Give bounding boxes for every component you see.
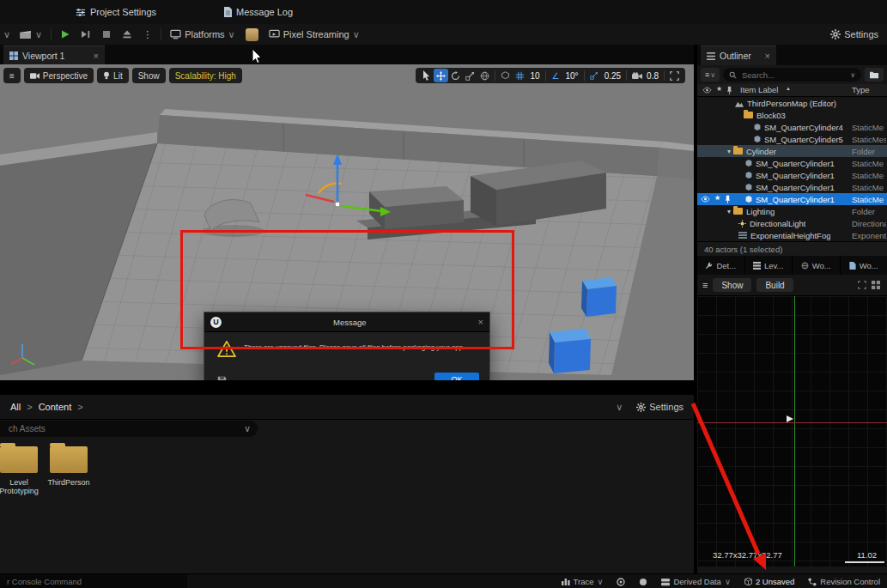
eject-button[interactable] [117, 24, 137, 45]
outliner-row[interactable]: SM_QuarterCylinder4StaticMe [697, 121, 887, 133]
target-button[interactable] [610, 574, 632, 588]
maximize-viewport-button[interactable] [667, 69, 682, 82]
rotate-tool-button[interactable] [448, 69, 463, 82]
outliner-search-field[interactable]: ∨ [723, 68, 861, 82]
tab-world-partition[interactable]: Wo... [793, 256, 841, 275]
scalability-button[interactable]: Scalability: High [169, 68, 242, 83]
unsaved-files-button[interactable]: 2 Unsaved [738, 574, 801, 588]
play-options-kebab-icon[interactable]: ⋮ [137, 24, 157, 45]
rotation-snap-value[interactable]: 10° [563, 71, 581, 81]
play-button[interactable] [55, 24, 76, 45]
caret-open-icon[interactable]: ▾ [725, 148, 733, 155]
revision-control-button[interactable]: Revision Control [801, 574, 887, 588]
chevron-down-icon[interactable]: ∨ [244, 423, 251, 434]
folder-thirdperson[interactable]: ThirdPerson [41, 446, 96, 487]
tab-details[interactable]: Det... [697, 256, 745, 275]
viewport-3d[interactable]: ≡ Perspective Lit Show Scalability: High… [0, 64, 694, 380]
ok-button[interactable]: OK [434, 373, 479, 380]
tab-viewport-1[interactable]: Viewport 1 × [3, 45, 105, 64]
show-button[interactable]: Show [132, 68, 166, 83]
tab-levels[interactable]: Lev... [745, 256, 793, 275]
console-command-field[interactable] [0, 574, 187, 588]
star-icon[interactable]: ★ [716, 85, 722, 93]
outliner-row[interactable]: ▾ CylinderFolder [697, 145, 887, 157]
world-partition-minimap[interactable]: 32.77x32.77x32.77 11.02 [697, 295, 887, 567]
lit-button[interactable]: Lit [97, 68, 129, 83]
outliner-row[interactable]: Block03 [697, 109, 887, 121]
chevron-down-icon[interactable]: ∨ [0, 29, 14, 40]
close-icon[interactable]: × [765, 51, 770, 61]
frame-skip-button[interactable] [76, 24, 96, 45]
tab-world-settings[interactable]: Wo... [841, 256, 887, 275]
world-coordinate-button[interactable] [477, 69, 492, 82]
eye-icon[interactable] [702, 87, 712, 94]
platforms-dropdown[interactable]: Platforms ∨ [165, 24, 240, 45]
cinematics-button[interactable]: ∨ [14, 24, 47, 45]
outliner-row[interactable]: ExponentialHeightFogExponenti [697, 229, 887, 241]
close-icon[interactable]: × [94, 51, 99, 61]
tab-outliner[interactable]: Outliner × [701, 45, 776, 65]
message-log-button[interactable]: Message Log [216, 0, 300, 24]
build-dropdown[interactable]: Build [756, 278, 793, 292]
content-settings-button[interactable]: Settings [636, 402, 683, 412]
asset-search-input[interactable] [7, 423, 244, 434]
surface-snap-button[interactable] [498, 69, 513, 82]
capture-button[interactable] [632, 574, 654, 588]
viewport-menu-button[interactable]: ≡ [3, 68, 21, 83]
outliner-row[interactable]: SM_QuarterCylinder1StaticMe [697, 169, 887, 181]
show-dropdown[interactable]: Show [713, 278, 751, 292]
move-tool-button[interactable] [434, 69, 448, 82]
select-tool-button[interactable] [419, 69, 434, 82]
column-type[interactable]: Type [852, 85, 870, 94]
camera-speed-value[interactable]: 0.8 [644, 71, 661, 81]
column-item-label[interactable]: Item Label [740, 85, 778, 94]
outliner-row[interactable]: SM_QuarterCylinder1StaticMe [697, 181, 887, 193]
folder-level-prototyping[interactable]: Level Prototyping [0, 446, 46, 496]
grid-snap-button[interactable] [513, 69, 527, 82]
folder-label: Level Prototyping [0, 478, 46, 496]
rotation-snap-button[interactable]: ∠ [549, 69, 563, 82]
star-icon[interactable]: ★ [714, 194, 720, 202]
new-folder-button[interactable] [865, 68, 884, 82]
caret-open-icon[interactable]: ▾ [725, 208, 733, 215]
chevron-down-icon[interactable]: ∨ [616, 402, 623, 413]
project-settings-button[interactable]: Project Settings [69, 0, 163, 24]
outliner-filter-button[interactable]: ≡ ∨ [701, 68, 720, 82]
outliner-row[interactable]: ▾ LightingFolder [697, 205, 887, 217]
focus-icon[interactable] [858, 281, 866, 289]
console-command-input[interactable] [5, 576, 182, 587]
scale-snap-value[interactable]: 0.25 [602, 71, 623, 81]
breadcrumb-content[interactable]: Content [39, 402, 72, 412]
camera-speed-button[interactable] [629, 69, 644, 82]
outliner-search-input[interactable] [740, 70, 847, 81]
breadcrumb-all[interactable]: All [10, 402, 21, 412]
grid-icon[interactable] [872, 281, 880, 289]
trace-dropdown[interactable]: Trace ∨ [555, 574, 611, 588]
close-icon[interactable]: × [478, 317, 483, 327]
asset-search-field[interactable]: ∨ [0, 421, 258, 437]
pixel-streaming-dropdown[interactable]: Pixel Streaming ∨ [264, 24, 365, 45]
outliner-row[interactable]: SM_QuarterCylinder5StaticMes [697, 133, 887, 145]
pin-icon[interactable] [725, 195, 731, 203]
toolbar-settings-button[interactable]: Settings [825, 24, 887, 45]
save-icon[interactable] [217, 376, 227, 380]
outliner-row[interactable]: ThirdPersonMap (Editor) [697, 97, 887, 109]
minimap-scrollbar[interactable] [845, 561, 884, 563]
eye-icon[interactable] [701, 196, 710, 203]
stop-button[interactable] [96, 24, 117, 45]
derived-data-dropdown[interactable]: Derived Data ∨ [654, 574, 737, 588]
outliner-row[interactable]: SM_QuarterCylinder1StaticMe [697, 157, 887, 169]
pin-icon[interactable] [726, 86, 732, 94]
outliner-row[interactable]: DirectionalLightDirectiona [697, 217, 887, 229]
grid-snap-value[interactable]: 10 [527, 71, 542, 81]
outliner-column-header[interactable]: ★ Item Label ▲ Type [697, 84, 887, 97]
chevron-down-icon[interactable]: ∨ [850, 71, 855, 79]
scale-snap-button[interactable] [587, 69, 602, 82]
menu-icon[interactable]: ≡ [702, 280, 708, 290]
marketplace-button[interactable] [240, 24, 264, 45]
dialog-titlebar[interactable]: U Message × [204, 312, 489, 332]
scale-tool-button[interactable] [463, 69, 477, 82]
breadcrumb[interactable]: All > Content > [10, 402, 83, 412]
perspective-button[interactable]: Perspective [24, 68, 94, 83]
outliner-row-selected[interactable]: ★ SM_QuarterCylinder1StaticMe [697, 193, 887, 205]
